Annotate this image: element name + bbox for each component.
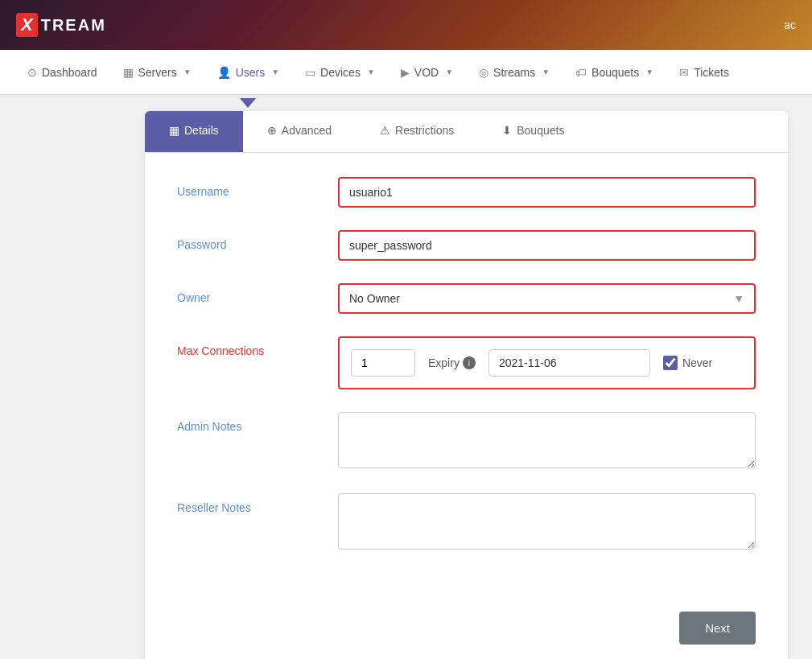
never-label: Never <box>663 356 712 370</box>
nav-item-bouquets[interactable]: 🏷 Bouquets ▼ <box>564 60 665 85</box>
tab-advanced-label: Advanced <box>282 124 332 137</box>
tab-details-label: Details <box>184 124 219 137</box>
main-nav: ⊙ Dashboard ▦ Servers ▼ 👤 Users ▼ ▭ Devi… <box>0 50 812 95</box>
bouquets-tab-icon: ⬇ <box>502 124 512 137</box>
nav-label-vod: VOD <box>414 66 439 79</box>
admin-notes-label: Admin Notes <box>177 412 338 433</box>
form-body: Username Password Owner <box>145 153 788 599</box>
admin-notes-row: Admin Notes <box>177 412 756 471</box>
owner-label: Owner <box>177 283 338 304</box>
reseller-notes-control <box>338 493 756 552</box>
expiry-label-group: Expiry i <box>428 356 476 369</box>
header-user: ac <box>784 19 796 31</box>
devices-icon: ▭ <box>305 66 315 79</box>
admin-notes-textarea[interactable] <box>338 412 756 468</box>
streams-icon: ◎ <box>479 66 488 79</box>
nav-label-streams: Streams <box>493 66 535 79</box>
header: X TREAM ac <box>0 0 812 50</box>
next-button[interactable]: Next <box>679 612 756 645</box>
nav-item-servers[interactable]: ▦ Servers ▼ <box>112 60 203 85</box>
streams-chevron: ▼ <box>542 68 550 76</box>
connections-group: Expiry i Never <box>338 336 756 389</box>
tab-advanced[interactable]: ⊕ Advanced <box>243 111 356 152</box>
restrictions-tab-icon: ⚠ <box>380 124 390 137</box>
password-highlighted-wrapper <box>338 230 756 261</box>
nav-item-users[interactable]: 👤 Users ▼ <box>206 60 291 85</box>
username-row: Username <box>177 177 756 208</box>
never-text: Never <box>682 356 712 369</box>
servers-chevron: ▼ <box>183 68 192 76</box>
devices-chevron: ▼ <box>367 68 375 76</box>
servers-icon: ▦ <box>123 66 134 79</box>
nav-label-bouquets: Bouquets <box>591 66 639 79</box>
expiry-date-input[interactable] <box>488 349 650 377</box>
nav-label-users: Users <box>236 66 266 79</box>
vod-chevron: ▼ <box>445 68 453 76</box>
nav-item-devices[interactable]: ▭ Devices ▼ <box>294 60 386 85</box>
nav-label-dashboard: Dashboard <box>42 66 97 79</box>
owner-row: Owner No Owner ▼ <box>177 283 756 314</box>
users-chevron: ▼ <box>271 68 279 76</box>
owner-control: No Owner ▼ <box>338 283 756 314</box>
tab-restrictions[interactable]: ⚠ Restrictions <box>356 111 478 152</box>
tab-bouquets-label: Bouquets <box>517 124 564 137</box>
nav-item-tickets[interactable]: ✉ Tickets <box>668 60 740 85</box>
bouquets-chevron: ▼ <box>645 68 653 76</box>
bouquets-icon: 🏷 <box>575 66 587 79</box>
tab-details[interactable]: ▦ Details <box>145 111 243 152</box>
username-input[interactable] <box>340 179 754 206</box>
owner-select-wrapper: No Owner ▼ <box>340 285 754 312</box>
password-input[interactable] <box>340 232 754 259</box>
max-connections-label: Max Connections <box>177 336 338 357</box>
max-connections-input[interactable] <box>351 349 415 377</box>
owner-highlighted-wrapper: No Owner ▼ <box>338 283 756 314</box>
expiry-text: Expiry <box>428 356 460 369</box>
username-highlighted-wrapper <box>338 177 756 208</box>
reseller-notes-textarea[interactable] <box>338 493 756 550</box>
dashboard-icon: ⊙ <box>27 66 37 79</box>
max-connections-row: Max Connections Expiry i Never <box>177 336 756 389</box>
username-label: Username <box>177 177 338 198</box>
nav-label-tickets: Tickets <box>694 66 729 79</box>
nav-label-servers: Servers <box>138 66 177 79</box>
admin-notes-control <box>338 412 756 471</box>
logo-x-letter: X <box>16 13 38 37</box>
nav-item-vod[interactable]: ▶ VOD ▼ <box>390 60 464 85</box>
nav-item-dashboard[interactable]: ⊙ Dashboard <box>16 60 109 85</box>
password-control <box>338 230 756 261</box>
logo: X TREAM <box>16 13 106 37</box>
owner-select[interactable]: No Owner <box>340 285 754 312</box>
vod-icon: ▶ <box>401 66 410 79</box>
details-tab-icon: ▦ <box>169 124 179 137</box>
password-label: Password <box>177 230 338 251</box>
users-icon: 👤 <box>217 66 231 79</box>
form-tabs: ▦ Details ⊕ Advanced ⚠ Restrictions ⬇ Bo… <box>145 111 788 153</box>
reseller-notes-row: Reseller Notes <box>177 493 756 552</box>
reseller-notes-label: Reseller Notes <box>177 493 338 514</box>
password-row: Password <box>177 230 756 261</box>
never-checkbox[interactable] <box>663 356 678 370</box>
tickets-icon: ✉ <box>679 66 689 79</box>
expiry-info-icon[interactable]: i <box>463 356 476 369</box>
max-connections-control: Expiry i Never <box>338 336 756 389</box>
tab-restrictions-label: Restrictions <box>395 124 454 137</box>
main-content: ▦ Details ⊕ Advanced ⚠ Restrictions ⬇ Bo… <box>0 95 812 659</box>
form-card: ▦ Details ⊕ Advanced ⚠ Restrictions ⬇ Bo… <box>145 111 788 659</box>
logo-text: TREAM <box>41 16 106 35</box>
username-control <box>338 177 756 208</box>
tab-bouquets[interactable]: ⬇ Bouquets <box>478 111 588 152</box>
advanced-tab-icon: ⊕ <box>267 124 277 137</box>
nav-item-streams[interactable]: ◎ Streams ▼ <box>468 60 561 85</box>
nav-label-devices: Devices <box>320 66 361 79</box>
form-footer: Next <box>145 599 788 659</box>
